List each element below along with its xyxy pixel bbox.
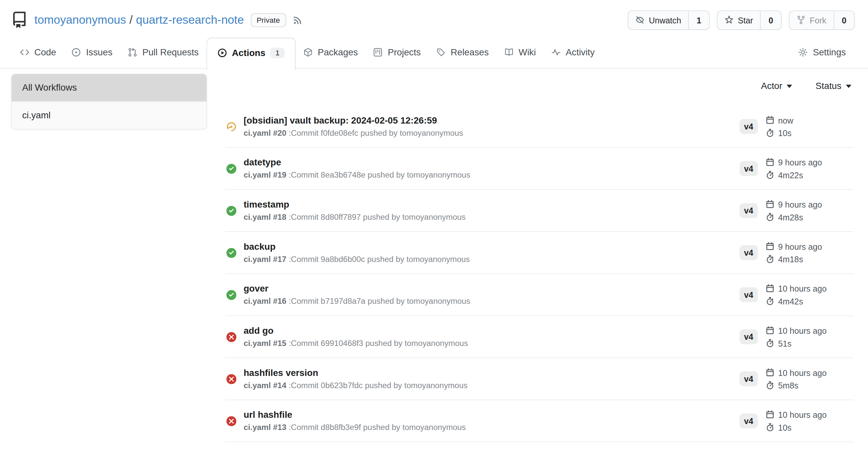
calendar-icon <box>766 368 774 377</box>
runner-version-badge: v4 <box>740 287 757 302</box>
run-commit-desc: :Commit 9a8bd6b00c pushed by tomoyanonym… <box>289 254 470 263</box>
run-duration: 4m42s <box>766 296 827 306</box>
run-workflow-ref[interactable]: ci.yaml #16 <box>244 296 286 305</box>
success-icon <box>226 163 236 173</box>
run-workflow-ref[interactable]: ci.yaml #15 <box>244 338 286 347</box>
run-workflow-ref[interactable]: ci.yaml #17 <box>244 254 286 263</box>
workflow-run-row[interactable]: backup ci.yaml #17 :Commit 9a8bd6b00c pu… <box>225 232 854 274</box>
run-commit-desc: :Commit f0fde08efc pushed by tomoyanonym… <box>289 128 463 137</box>
repo-action-button[interactable]: Star 0 <box>717 10 781 30</box>
run-subtitle: ci.yaml #14 :Commit 0b623b7fdc pushed by… <box>244 380 740 390</box>
workflow-run-row[interactable]: add go ci.yaml #15 :Commit 69910468f3 pu… <box>225 316 854 358</box>
run-subtitle: ci.yaml #15 :Commit 69910468f3 pushed by… <box>244 338 740 349</box>
run-text: backup ci.yaml #17 :Commit 9a8bd6b00c pu… <box>244 241 740 264</box>
run-text: datetype ci.yaml #19 :Commit 8ea3b6748e … <box>244 157 740 180</box>
book-icon <box>504 47 514 57</box>
run-duration: 4m22s <box>766 170 822 180</box>
run-text: url hashfile ci.yaml #13 :Commit d8b8fb3… <box>244 409 740 432</box>
workflow-run-row[interactable]: gover ci.yaml #16 :Commit b7197d8a7a pus… <box>225 274 854 316</box>
workflow-run-row[interactable]: add cache again 10 hours a <box>225 442 854 456</box>
tab-label: Code <box>34 47 56 58</box>
eye-closed-icon <box>636 15 645 24</box>
run-times: 9 hours ago 4m22s <box>766 158 822 180</box>
workflow-item-label: All Workflows <box>22 83 77 92</box>
stopwatch-icon <box>766 255 774 264</box>
run-age-text: 9 hours ago <box>778 241 822 251</box>
run-meta: v4 10 hours ago 51s <box>740 326 854 348</box>
run-title[interactable]: [obsidian] vault backup: 2024-02-05 12:2… <box>244 115 740 126</box>
tab-label: Actions <box>232 47 266 58</box>
run-title[interactable]: hashfiles version <box>244 367 740 378</box>
run-title[interactable]: backup <box>244 241 740 252</box>
run-workflow-ref[interactable]: ci.yaml #20 <box>244 128 286 137</box>
stopwatch-icon <box>766 381 774 390</box>
run-status-icon <box>226 163 236 173</box>
stopwatch-icon <box>766 423 774 432</box>
action-count[interactable]: 0 <box>833 11 854 29</box>
run-workflow-ref[interactable]: ci.yaml #18 <box>244 212 286 221</box>
repo-action-button[interactable]: Unwatch 1 <box>628 10 710 30</box>
repo-tab[interactable]: Packages <box>296 38 366 68</box>
workflow-run-row[interactable]: datetype ci.yaml #19 :Commit 8ea3b6748e … <box>225 148 854 190</box>
action-count[interactable]: 1 <box>688 11 709 29</box>
repo-tab[interactable]: Issues <box>64 38 120 68</box>
repo-tab[interactable]: Activity <box>544 38 603 68</box>
repo-tab[interactable]: Code <box>12 38 64 68</box>
run-workflow-ref[interactable]: ci.yaml #14 <box>244 381 286 389</box>
run-times: now 10s <box>766 115 794 137</box>
run-times: 10 hours ago 10s <box>766 410 827 432</box>
run-title[interactable]: add go <box>244 325 740 336</box>
run-meta: v4 9 hours ago 4m18s <box>740 241 854 264</box>
run-age: 10 hours ago <box>766 368 827 377</box>
workflow-run-row[interactable]: [obsidian] vault backup: 2024-02-05 12:2… <box>225 106 854 148</box>
run-duration-text: 4m18s <box>778 254 803 264</box>
repo-owner-link[interactable]: tomoyanonymous <box>34 13 126 26</box>
sidebar-workflow-item[interactable]: ci.yaml <box>11 101 206 129</box>
run-duration: 51s <box>766 338 827 348</box>
repo-tab[interactable]: Releases <box>428 38 496 68</box>
run-duration: 10s <box>766 423 827 432</box>
workflow-run-row[interactable]: hashfiles version ci.yaml #14 :Commit 0b… <box>225 358 854 400</box>
calendar-icon <box>766 410 774 419</box>
actor-filter-dropdown[interactable]: Actor <box>761 81 792 91</box>
action-label: Unwatch <box>649 15 681 25</box>
run-duration: 4m18s <box>766 254 822 264</box>
run-times: 10 hours ago 51s <box>766 326 827 348</box>
run-meta: v4 now 10s <box>740 115 854 137</box>
run-age: 10 hours ago <box>766 284 827 293</box>
sidebar-workflow-item[interactable]: All Workflows <box>11 74 206 101</box>
workflow-run-row[interactable]: timestamp ci.yaml #18 :Commit 8d80ff7897… <box>225 190 854 232</box>
run-title[interactable]: url hashfile <box>244 409 740 420</box>
workflow-run-row[interactable]: url hashfile ci.yaml #13 :Commit d8b8fb3… <box>225 400 854 443</box>
repo-tab[interactable]: Pull Requests <box>120 38 207 68</box>
run-title[interactable]: datetype <box>244 157 740 167</box>
action-label: Fork <box>810 15 826 25</box>
tab-label: Projects <box>388 47 421 58</box>
repo-tab[interactable]: Projects <box>366 38 428 68</box>
repo-name-link[interactable]: quartz-research-note <box>136 13 244 26</box>
run-times: 9 hours ago 4m18s <box>766 241 822 264</box>
tab-settings[interactable]: Settings <box>790 38 854 68</box>
run-status-icon <box>226 416 236 426</box>
run-workflow-ref[interactable]: ci.yaml #13 <box>244 423 286 432</box>
breadcrumb-separator: / <box>129 13 133 26</box>
repo-icon <box>11 11 28 28</box>
status-filter-dropdown[interactable]: Status <box>816 81 851 91</box>
repo-action-button[interactable]: Fork 0 <box>788 10 855 30</box>
fork-icon <box>797 15 805 24</box>
run-title[interactable]: timestamp <box>244 199 740 209</box>
run-workflow-ref[interactable]: ci.yaml #19 <box>244 170 286 179</box>
pull-request-icon <box>128 47 137 57</box>
rss-icon[interactable] <box>292 15 302 25</box>
run-age: 10 hours ago <box>766 410 827 419</box>
repo-tab[interactable]: Wiki <box>497 38 544 68</box>
action-count[interactable]: 0 <box>760 11 781 29</box>
run-title[interactable]: gover <box>244 283 740 294</box>
run-age: 9 hours ago <box>766 241 822 251</box>
runner-version-badge: v4 <box>740 203 757 218</box>
caret-down-icon <box>846 84 851 88</box>
repo-tab[interactable]: Actions 1 <box>207 38 296 70</box>
stopwatch-icon <box>766 170 774 179</box>
run-meta: v4 10 hours ago 4m42s <box>740 284 854 306</box>
actor-filter-label: Actor <box>761 81 782 91</box>
